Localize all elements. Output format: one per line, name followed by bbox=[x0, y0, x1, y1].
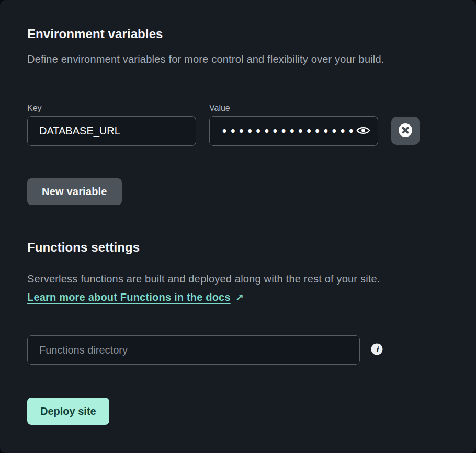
functions-directory-row: i bbox=[27, 335, 449, 365]
env-variables-heading: Environment variables bbox=[27, 26, 449, 42]
key-field-group: Key bbox=[27, 103, 196, 146]
reveal-value-button[interactable] bbox=[355, 123, 371, 140]
functions-docs-link-row: Learn more about Functions in the docs ↗ bbox=[27, 290, 449, 304]
key-input[interactable] bbox=[27, 116, 196, 146]
settings-panel: Environment variables Define environment… bbox=[0, 0, 476, 453]
value-input-wrap bbox=[209, 116, 378, 146]
functions-directory-input[interactable] bbox=[27, 335, 360, 365]
deploy-site-button[interactable]: Deploy site bbox=[27, 398, 109, 425]
info-icon: i bbox=[371, 343, 383, 357]
value-field-group: Value bbox=[209, 103, 378, 146]
value-input[interactable] bbox=[210, 126, 378, 137]
new-variable-button[interactable]: New variable bbox=[27, 178, 122, 205]
variable-row: Key Value bbox=[27, 103, 449, 146]
circle-x-icon bbox=[398, 123, 413, 139]
remove-variable-button[interactable] bbox=[391, 117, 420, 145]
key-label: Key bbox=[27, 103, 196, 114]
functions-directory-info-button[interactable]: i bbox=[370, 344, 383, 356]
eye-icon bbox=[356, 123, 370, 139]
env-variables-description: Define environment variables for more co… bbox=[27, 52, 449, 66]
value-label: Value bbox=[209, 103, 378, 114]
functions-docs-link[interactable]: Learn more about Functions in the docs bbox=[27, 290, 231, 304]
functions-description: Serverless functions are built and deplo… bbox=[27, 272, 449, 286]
functions-settings-heading: Functions settings bbox=[27, 240, 449, 255]
external-link-arrow-icon: ↗ bbox=[235, 291, 244, 303]
